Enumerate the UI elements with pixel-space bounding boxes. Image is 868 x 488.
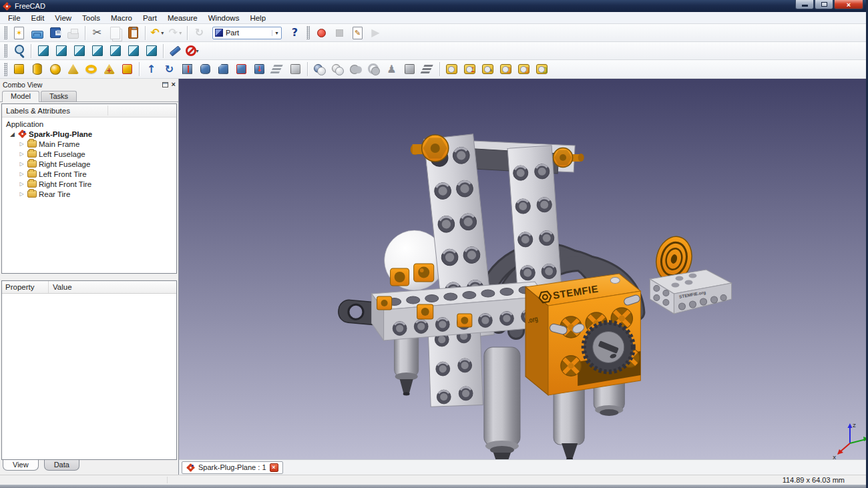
clear-measurement-button[interactable]: ▾: [185, 43, 202, 59]
boolean-cut-button[interactable]: [329, 61, 346, 77]
measure-linear-button[interactable]: [443, 61, 460, 77]
workbench-selector[interactable]: Part ▾: [212, 27, 282, 39]
save-document-button[interactable]: [47, 25, 63, 41]
front-view-button[interactable]: [53, 43, 69, 59]
toolbar-handle[interactable]: [4, 44, 7, 57]
sweep-button[interactable]: [269, 61, 286, 77]
macro-edit-button[interactable]: ✎: [349, 25, 366, 41]
measure-angular-button[interactable]: ∠: [461, 61, 478, 77]
embed-button[interactable]: [401, 61, 418, 77]
collapse-arrow-icon[interactable]: ◢: [9, 131, 16, 138]
tree-item-rear-tire[interactable]: ▷Rear Tire: [2, 189, 176, 199]
tab-view[interactable]: View: [3, 460, 39, 471]
expand-arrow-icon[interactable]: ▷: [18, 151, 25, 157]
cut-button[interactable]: ✂: [89, 25, 105, 41]
menu-item-tools[interactable]: Tools: [77, 13, 105, 23]
panel-splitter[interactable]: [0, 274, 178, 280]
expand-arrow-icon[interactable]: ▷: [18, 181, 25, 187]
shape-builder-button[interactable]: [119, 61, 136, 77]
measure-distance-button[interactable]: [167, 43, 184, 59]
document-tab-close-icon[interactable]: ×: [270, 463, 278, 472]
boolean-button[interactable]: [311, 61, 328, 77]
menu-item-file[interactable]: File: [3, 13, 26, 23]
mirror-button[interactable]: [179, 61, 196, 77]
menu-item-measure[interactable]: Measure: [162, 13, 203, 23]
tree-item-main-frame[interactable]: ▷Main Frame: [2, 139, 176, 149]
menu-item-help[interactable]: Help: [244, 13, 271, 23]
close-button[interactable]: ×: [834, 0, 863, 9]
offset-button[interactable]: [287, 61, 304, 77]
menu-item-edit[interactable]: Edit: [26, 13, 50, 23]
3d-viewport[interactable]: STEMFIE.org: [179, 79, 866, 459]
toolbar-handle[interactable]: [4, 26, 7, 39]
make-face-button[interactable]: [233, 61, 250, 77]
axonometric-view-button[interactable]: [35, 43, 51, 59]
revolve-button[interactable]: ↻: [161, 61, 178, 77]
open-document-button[interactable]: [29, 25, 45, 41]
3d-view-canvas[interactable]: STEMFIE.org: [179, 79, 866, 459]
refresh-button[interactable]: ↻: [191, 25, 208, 41]
property-list[interactable]: [2, 294, 176, 459]
tree-item-right-front-tire[interactable]: ▷Right Front Tire: [2, 179, 176, 189]
create-primitives-button[interactable]: +: [101, 61, 118, 77]
intersection-button[interactable]: [365, 61, 382, 77]
redo-button[interactable]: ↷▾: [167, 25, 184, 41]
dropdown-arrow-icon[interactable]: ▾: [196, 48, 202, 54]
undo-button[interactable]: ↶▾: [149, 25, 166, 41]
tab-tasks[interactable]: Tasks: [41, 91, 77, 101]
tab-model[interactable]: Model: [2, 91, 39, 102]
rear-view-button[interactable]: [107, 43, 124, 59]
copy-button[interactable]: [107, 25, 124, 41]
new-document-button[interactable]: ✶: [11, 25, 27, 41]
toolbar-handle[interactable]: [306, 26, 310, 39]
extrude-button[interactable]: ↑: [143, 61, 160, 77]
menu-item-part[interactable]: Part: [138, 13, 162, 23]
chamfer-button[interactable]: [215, 61, 232, 77]
macro-record-button[interactable]: [313, 25, 330, 41]
tree-item-left-front-tire[interactable]: ▷Left Front Tire: [2, 169, 176, 179]
dropdown-arrow-icon[interactable]: ▾: [179, 30, 184, 36]
dropdown-arrow-icon[interactable]: ▾: [161, 30, 166, 36]
document-tab[interactable]: Spark-Plug-Plane : 1 ×: [182, 461, 283, 474]
minimize-button[interactable]: [795, 0, 814, 9]
measure-toggle-3d-button[interactable]: □: [515, 61, 532, 77]
float-panel-button[interactable]: [162, 82, 168, 87]
splitter-button[interactable]: [419, 61, 436, 77]
cone-button[interactable]: [65, 61, 81, 77]
measure-refresh-button[interactable]: ✎: [479, 61, 496, 77]
tree-item-left-fuselage[interactable]: ▷Left Fuselage: [2, 149, 176, 159]
tree-item-right-fuselage[interactable]: ▷Right Fuselage: [2, 159, 176, 169]
macro-execute-button[interactable]: ▶: [367, 25, 384, 41]
toolbar-handle[interactable]: [4, 63, 7, 76]
cylinder-button[interactable]: [29, 61, 45, 77]
menu-item-macro[interactable]: Macro: [105, 13, 138, 23]
torus-button[interactable]: [83, 61, 99, 77]
loft-button[interactable]: ↓: [251, 61, 268, 77]
menu-item-view[interactable]: View: [49, 13, 77, 23]
expand-arrow-icon[interactable]: ▷: [18, 141, 25, 147]
connect-button[interactable]: ♟: [383, 61, 400, 77]
measure-toggle-delta-button[interactable]: □: [533, 61, 550, 77]
sphere-button[interactable]: [47, 61, 63, 77]
whats-this-button[interactable]: ?: [286, 25, 303, 41]
expand-arrow-icon[interactable]: ▷: [18, 161, 25, 167]
fillet-button[interactable]: [197, 61, 214, 77]
expand-arrow-icon[interactable]: ▷: [18, 191, 25, 197]
macro-stop-button[interactable]: [331, 25, 348, 41]
right-view-button[interactable]: [89, 43, 105, 59]
tab-data[interactable]: Data: [44, 460, 79, 471]
print-button[interactable]: [65, 25, 81, 41]
paste-button[interactable]: [125, 25, 142, 41]
workbench-dropdown-arrow-icon[interactable]: ▾: [272, 30, 281, 36]
bottom-view-button[interactable]: [125, 43, 142, 59]
measure-toggle-all-button[interactable]: □: [497, 61, 514, 77]
box-button[interactable]: [11, 61, 27, 77]
fit-all-button[interactable]: [11, 43, 27, 59]
tree-item-application[interactable]: Application: [2, 119, 176, 129]
top-view-button[interactable]: [71, 43, 87, 59]
tree-item-document[interactable]: ◢ Spark-Plug-Plane: [2, 129, 176, 139]
menu-item-windows[interactable]: Windows: [203, 13, 245, 23]
union-button[interactable]: [347, 61, 364, 77]
left-view-button[interactable]: [143, 43, 160, 59]
close-panel-button[interactable]: ×: [172, 81, 176, 87]
